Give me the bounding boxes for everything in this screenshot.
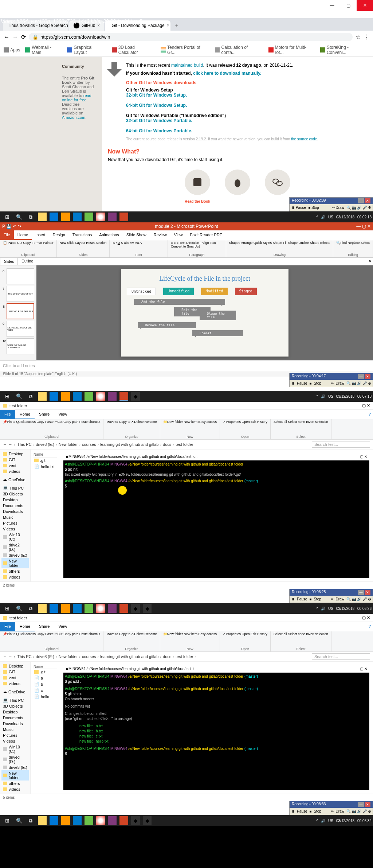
menu-transitions[interactable]: Transitions — [69, 230, 95, 240]
paste-button[interactable]: 📋 Paste — [3, 241, 16, 245]
start-button[interactable]: ⊞ — [3, 213, 12, 221]
menu-view[interactable]: View — [170, 230, 186, 240]
task-view[interactable]: ⧉ — [26, 392, 35, 401]
outline-tab[interactable]: Outline — [18, 258, 37, 265]
thumbnail-9[interactable]: 9INSTALLING TOOLS WE NEED — [7, 321, 34, 337]
menu-file[interactable]: File — [0, 410, 15, 419]
app-sublime[interactable] — [61, 213, 70, 221]
search-button[interactable]: 🔍 — [15, 392, 23, 401]
menu-button[interactable]: ⋮ — [364, 34, 369, 40]
fwd-button[interactable]: → — [8, 442, 12, 447]
app-task[interactable] — [85, 392, 93, 401]
git-bash-terminal[interactable]: ◆ MINGW64:/e/New folder/courses/learning… — [63, 665, 369, 790]
menu-animations[interactable]: Animations — [95, 230, 122, 240]
taskbar-lang[interactable]: US — [328, 215, 333, 219]
apps-button[interactable]: Apps — [4, 45, 20, 55]
slide-canvas[interactable]: LifeCycle of the File in the project Unt… — [36, 265, 373, 360]
star-button[interactable]: ☆ — [356, 34, 361, 40]
start-button[interactable]: ⊞ — [3, 392, 12, 401]
link-maintained[interactable]: maintained build — [171, 63, 203, 68]
menu-home[interactable]: Home — [14, 230, 32, 240]
card-book[interactable] — [185, 170, 210, 195]
up-button[interactable]: ↑ — [14, 442, 16, 447]
address-bar[interactable]: 🔒https://git-scm.com/download/win — [29, 33, 353, 41]
app-edge[interactable] — [50, 392, 58, 401]
bookmark-item[interactable]: Motors for Multi-rot... — [268, 45, 315, 55]
link-source[interactable]: the source code — [291, 137, 317, 141]
nav-pane[interactable]: Desktop GIT vent videos ☁ OneDrive 💻 Thi… — [0, 662, 31, 794]
menu-review[interactable]: Review — [150, 230, 170, 240]
menu-design[interactable]: Design — [49, 230, 69, 240]
tray-up[interactable]: ^ — [316, 215, 318, 219]
pause-button[interactable]: ⏸ Pause — [291, 206, 306, 210]
screen-recorder[interactable]: Recording - 00:06:25—✕ ⏸ Pause ■ Stop✏ D… — [289, 589, 373, 603]
terminal-controls[interactable]: — ▢ ✕ — [355, 454, 367, 459]
file-list[interactable]: Name .git 📄hello.txt — [31, 449, 60, 581]
close-button[interactable]: ✕ — [357, 0, 373, 11]
bookmark-item[interactable]: Graphical Layout — [67, 45, 106, 55]
back-button[interactable]: ← — [3, 442, 7, 447]
app-task[interactable] — [85, 213, 93, 221]
link-64bit-setup[interactable]: 64-bit Git for Windows Setup. — [126, 103, 187, 108]
recorder-min[interactable]: — — [358, 198, 364, 203]
search-box[interactable]: Search test... — [312, 441, 370, 448]
thumbnail-7[interactable]: 7THE LIFECYCLE OF GIT — [7, 286, 34, 302]
recorder-close[interactable]: ✕ — [365, 198, 370, 203]
forward-button[interactable]: → — [12, 34, 18, 40]
new-slide-button[interactable]: New Slide — [60, 241, 75, 245]
link-amazon[interactable]: Amazon.com — [62, 115, 85, 120]
menu-share[interactable]: Share — [35, 410, 54, 419]
card-community[interactable] — [265, 170, 290, 195]
bookmark-item[interactable]: Webmail - Main — [25, 45, 62, 55]
notes-pane[interactable]: Click to add notes — [0, 360, 373, 371]
app-recorder[interactable]: ◆ — [131, 392, 140, 401]
link-32bit-portable[interactable]: 32-bit Git for Windows Portable. — [126, 118, 192, 123]
search-button[interactable]: 🔍 — [15, 213, 23, 221]
bookmark-item[interactable]: Calculation of conta... — [215, 45, 263, 55]
app-explorer[interactable] — [38, 213, 47, 221]
app-explorer[interactable] — [38, 392, 47, 401]
app-chrome[interactable] — [96, 392, 105, 401]
bookmark-item[interactable]: 3D Load Calculator — [112, 45, 156, 55]
app-onenote[interactable] — [108, 213, 117, 221]
breadcrumb[interactable]: ←→↑ This PC› drive3 (E:)› New folder› co… — [0, 652, 373, 662]
breadcrumb[interactable]: ←→↑ This PC› drive3 (E:)› New folder› co… — [0, 440, 373, 449]
close-pane[interactable]: ✕ — [367, 258, 373, 265]
screen-recorder[interactable]: Recording - 00:08:33—✕ ⏸ Pause ■ Stop✏ D… — [289, 801, 373, 815]
link-32bit-setup[interactable]: 32-bit Git for Windows Setup. — [126, 93, 187, 98]
slide-thumbnails[interactable]: 6 7THE LIFECYCLE OF GIT 8LIFECYCLE OF TH… — [0, 265, 36, 360]
bookmark-item[interactable]: Tenders Portal of Gr... — [161, 45, 209, 55]
app-powerpoint[interactable] — [119, 392, 128, 401]
menu-file[interactable]: File — [0, 230, 14, 240]
screen-recorder[interactable]: Recording - 00:04:17—✕ ⏸ Pause ■ Stop✏ D… — [289, 373, 373, 387]
screen-recorder[interactable]: Recording - 00:02:09—✕ ⏸ Pause ■ Stop ✏ … — [289, 197, 373, 211]
maximize-button[interactable]: ▢ — [340, 0, 357, 11]
menu-view[interactable]: View — [54, 410, 71, 419]
ppt-qat[interactable]: P 💾 ↶ ↷ — [2, 224, 21, 229]
menu-slideshow[interactable]: Slide Show — [123, 230, 150, 240]
draw-tool[interactable]: ✏ Draw — [332, 206, 344, 210]
reload-button[interactable]: ⟳ — [21, 34, 26, 40]
thumbnail-6[interactable]: 6 — [7, 268, 34, 284]
menu-insert[interactable]: Insert — [32, 230, 49, 240]
taskbar-date[interactable]: 03/12/2018 — [336, 215, 354, 219]
slides-tab[interactable]: Slides — [0, 258, 18, 265]
tray-network[interactable]: 🔊 — [321, 215, 325, 219]
app-vscode[interactable] — [73, 213, 82, 221]
thumbnail-8[interactable]: 8LIFECYCLE OF THE FILE — [7, 303, 34, 319]
link-manual-download[interactable]: click here to download manually. — [193, 71, 261, 76]
app-onenote[interactable] — [108, 392, 117, 401]
nav-pane[interactable]: Desktop GIT vent videos ☁ OneDrive 💻 Thi… — [0, 449, 31, 581]
app-powerpoint[interactable] — [119, 213, 128, 221]
bookmark-item[interactable]: StoreKing - Conveni... — [320, 45, 369, 55]
stop-button[interactable]: ■ Stop — [308, 206, 319, 210]
menu-home[interactable]: Home — [15, 410, 35, 419]
menu-foxit[interactable]: Foxit Reader PDF — [186, 230, 225, 240]
task-view-button[interactable]: ⧉ — [26, 213, 35, 221]
back-button[interactable]: ← — [4, 34, 9, 40]
app-vscode[interactable] — [73, 392, 82, 401]
git-bash-terminal[interactable]: ◆ MINGW64:/e/New folder/courses/learning… — [63, 453, 369, 578]
app-sublime[interactable] — [61, 392, 70, 401]
help-button[interactable]: ? — [366, 410, 373, 419]
app-edge[interactable] — [50, 213, 58, 221]
